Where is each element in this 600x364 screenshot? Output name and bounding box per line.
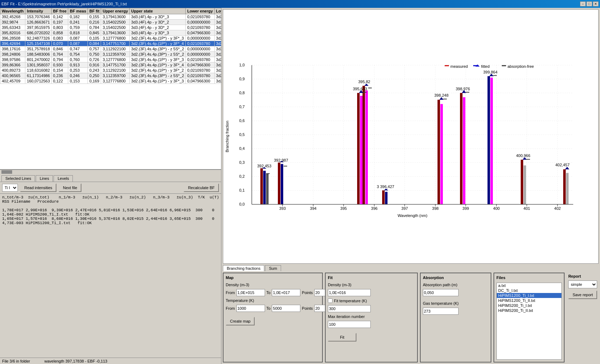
- next-file-button[interactable]: Next file: [59, 183, 81, 192]
- files-list[interactable]: a.txtDC_Ti_I.txtHiPIMS1200_Ti_I.txtHiPIM…: [496, 283, 562, 360]
- abs-path-input[interactable]: [423, 289, 459, 296]
- max-iter-label-row: Max iteration number: [328, 314, 415, 319]
- table-row[interactable]: 399,863661301,9580370,9300,9130,9163,147…: [0, 62, 221, 68]
- report-type-dropdown[interactable]: simple detailed: [568, 280, 597, 288]
- table-header-row: Wavelength Intensity BF free BF meas BF …: [0, 8, 221, 14]
- gas-temp-input[interactable]: [423, 308, 459, 315]
- col-upper-state[interactable]: Upper state: [130, 8, 186, 14]
- col-bf-fit[interactable]: BF fit: [88, 8, 101, 14]
- absorption-panel-title: Absorption: [423, 275, 489, 280]
- fit-panel-title: Fit: [328, 275, 415, 280]
- table-cell: 3d2.(3F).4s.4p.(3P*) - z 5S*_2: [130, 46, 186, 52]
- density-from-input[interactable]: [236, 289, 265, 296]
- minimize-button[interactable]: –: [580, 1, 586, 6]
- table-row[interactable]: 395,63343397,95159750,8030,7590,7843,154…: [0, 25, 221, 30]
- fit-temp-checkbox[interactable]: [328, 298, 332, 303]
- col-bf-meas[interactable]: BF meas: [68, 8, 88, 14]
- col-bf-free[interactable]: BF free: [51, 8, 68, 14]
- table-cell: 0,122: [51, 79, 68, 84]
- horizontal-scrollbar[interactable]: [0, 170, 221, 175]
- table-cell: 398,17616: [0, 46, 25, 52]
- svg-text:0,0: 0,0: [239, 202, 245, 206]
- svg-rect-97: [490, 78, 493, 204]
- tab-selected-lines[interactable]: Selected Lines: [1, 175, 35, 182]
- abs-path-label-row: Absorption path (m): [423, 283, 489, 287]
- tab-levels[interactable]: Levels: [54, 175, 73, 182]
- table-cell: 0,930: [51, 62, 68, 68]
- file-item[interactable]: HiPIMS200_Ti_II.txt: [497, 308, 561, 313]
- table-row[interactable]: 398,17616351,75789180,8460,7470,7573,112…: [0, 46, 221, 52]
- col-lower-energy[interactable]: Lower energy: [186, 8, 215, 14]
- read-intensities-button[interactable]: Read intensities: [20, 183, 56, 192]
- col-upper-energy[interactable]: Upper energy: [101, 8, 130, 14]
- svg-rect-65: [266, 173, 270, 174]
- table-cell: 0,750: [88, 52, 101, 57]
- table-row[interactable]: 392,9874126,86636710,1970,2410,2163,1540…: [0, 20, 221, 25]
- table-row[interactable]: 400,89273118,63160820,1540,2530,2433,112…: [0, 68, 221, 73]
- table-cell: 395,82016: [0, 30, 25, 36]
- save-report-button[interactable]: Save report: [568, 290, 597, 299]
- temp-to-input[interactable]: [272, 305, 300, 312]
- fit-button[interactable]: Fit: [328, 333, 356, 342]
- maximize-button[interactable]: □: [586, 1, 592, 6]
- table-row[interactable]: 398,97586801,24700020,7940,7600,7263,127…: [0, 57, 221, 62]
- svg-text:402: 402: [554, 206, 561, 211]
- table-row[interactable]: 396,2850892,248773260,0830,0870,1053,127…: [0, 36, 221, 41]
- tab-branching-fractions[interactable]: Branching fractions: [223, 265, 264, 271]
- create-map-button[interactable]: Create map: [226, 317, 255, 325]
- table-row[interactable]: 396,42694125,15471080,0700,0870,0843,147…: [0, 41, 221, 46]
- col-wavelength[interactable]: Wavelength: [0, 8, 25, 14]
- density-from-to-row: From To Points: [226, 289, 320, 296]
- svg-rect-68: [281, 164, 283, 204]
- svg-text:0,2: 0,2: [239, 174, 245, 178]
- max-iter-input[interactable]: [328, 321, 371, 328]
- fit-panel: Fit Density (m-3) Fit temperature (K) Ma…: [325, 273, 418, 363]
- file-item[interactable]: DC_Ti_I.txt: [497, 288, 561, 293]
- file-item[interactable]: HiPIMS1200_Ti_II.txt: [497, 298, 561, 303]
- fit-temp-input[interactable]: [328, 305, 371, 312]
- table-cell: 3d3.(4F).4p - y 3D*_2: [130, 20, 186, 25]
- tab-sum[interactable]: Sum: [265, 265, 281, 271]
- svg-text:0,6: 0,6: [239, 118, 245, 123]
- data-table-container[interactable]: Wavelength Intensity BF free BF meas BF …: [0, 8, 221, 170]
- table-row[interactable]: 398,24806188,54830060,7640,7540,7503,112…: [0, 52, 221, 57]
- table-cell: 0,083: [51, 36, 68, 41]
- element-dropdown[interactable]: Ti I Ti II: [2, 184, 18, 192]
- table-cell: 0,021093780: [186, 14, 215, 20]
- table-cell: 3,112922100: [101, 46, 130, 52]
- svg-rect-77: [357, 93, 360, 204]
- table-cell: 1301,958037: [25, 62, 51, 68]
- table-cell: 392,45268: [0, 14, 25, 20]
- recalculate-bf-button[interactable]: Recalculate BF: [184, 183, 219, 192]
- status-left: File 3/6 in folder: [2, 359, 30, 363]
- close-button[interactable]: ✕: [593, 1, 599, 6]
- svg-rect-86: [438, 100, 440, 204]
- table-cell: 402,45709: [0, 79, 25, 84]
- col-intensity[interactable]: Intensity: [25, 8, 51, 14]
- density-to-input[interactable]: [272, 289, 300, 296]
- svg-rect-67: [278, 163, 280, 204]
- tab-lines[interactable]: Lines: [36, 175, 53, 182]
- file-item[interactable]: a.txt: [497, 283, 561, 288]
- svg-rect-6: [502, 65, 506, 66]
- files-panel-title: Files: [496, 275, 562, 280]
- fit-density-input[interactable]: [328, 289, 371, 296]
- temp-from-input[interactable]: [236, 305, 265, 312]
- table-row[interactable]: 402,45709160,07125630,1220,1530,1693,127…: [0, 79, 221, 84]
- table-cell: 0,246: [68, 73, 88, 79]
- svg-rect-87: [440, 104, 443, 204]
- table-cell: 395,63343: [0, 25, 25, 30]
- table-row[interactable]: 395,82016686,07202020,8580,8180,8453,179…: [0, 30, 221, 36]
- density-label: Density (m-3): [226, 283, 251, 287]
- table-cell: 3d2.(3F).4s.4p.(1P*) - y 3F*_4: [130, 62, 186, 68]
- file-item[interactable]: HiPIMS200_Ti_I.txt: [497, 303, 561, 308]
- abs-path-value-row: [423, 289, 489, 296]
- table-cell: 3,112359700: [101, 52, 130, 57]
- svg-rect-99: [493, 75, 497, 76]
- file-item[interactable]: HiPIMS1200_Ti_I.txt: [497, 293, 561, 298]
- table-cell: 3d2.: [214, 52, 221, 57]
- table-row[interactable]: 392,45268153,70763460,1420,1820,1553,179…: [0, 14, 221, 20]
- col-lower[interactable]: Lowe: [214, 8, 221, 14]
- table-row[interactable]: 400,9656561,173149860,2360,2460,2503,112…: [0, 73, 221, 79]
- bar-392-453-measured: [260, 168, 263, 204]
